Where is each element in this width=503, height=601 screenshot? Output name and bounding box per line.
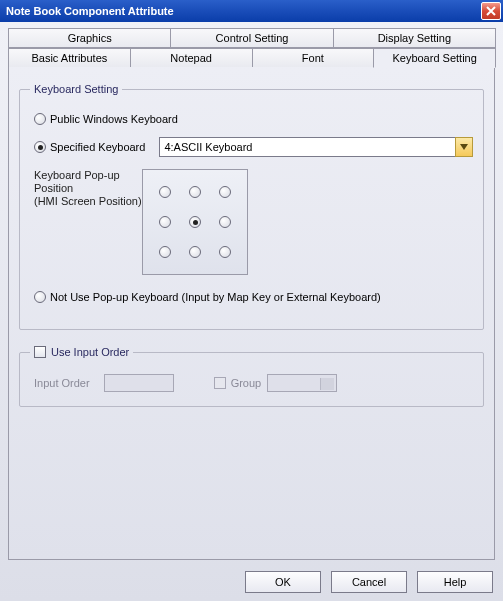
- popup-pos-7[interactable]: [189, 246, 201, 258]
- public-keyboard-row: Public Windows Keyboard: [34, 113, 473, 125]
- popup-pos-3[interactable]: [159, 216, 171, 228]
- specified-keyboard-select[interactable]: 4:ASCII Keyboard: [159, 137, 473, 157]
- keyboard-setting-group: Keyboard Setting Public Windows Keyboard…: [19, 83, 484, 330]
- input-order-group: Use Input Order Input Order Group: [19, 346, 484, 407]
- group-combobox: [267, 374, 337, 392]
- button-bar: OK Cancel Help: [245, 571, 493, 593]
- group-label: Group: [231, 377, 262, 389]
- input-order-field: [104, 374, 174, 392]
- popup-pos-8[interactable]: [219, 246, 231, 258]
- popup-pos-1[interactable]: [189, 186, 201, 198]
- notuse-keyboard-radio[interactable]: [34, 291, 46, 303]
- group-checkbox: [214, 377, 226, 389]
- specified-keyboard-radio[interactable]: [34, 141, 46, 153]
- specified-keyboard-dropdown-button[interactable]: [455, 137, 473, 157]
- popup-pos-2[interactable]: [219, 186, 231, 198]
- popup-position-label: Keyboard Pop-up Position (HMI Screen Pos…: [34, 169, 142, 275]
- popup-position-grid: [142, 169, 248, 275]
- tab-row-lower: Basic Attributes Notepad Font Keyboard S…: [8, 48, 495, 68]
- public-keyboard-radio[interactable]: [34, 113, 46, 125]
- tab-body: Keyboard Setting Public Windows Keyboard…: [8, 67, 495, 560]
- tab-font[interactable]: Font: [252, 48, 375, 68]
- help-button[interactable]: Help: [417, 571, 493, 593]
- tab-notepad[interactable]: Notepad: [130, 48, 253, 68]
- keyboard-setting-legend: Keyboard Setting: [30, 83, 122, 95]
- input-order-legend: Use Input Order: [30, 346, 133, 358]
- tab-control-setting[interactable]: Control Setting: [170, 28, 333, 48]
- use-input-order-checkbox[interactable]: [34, 346, 46, 358]
- title-bar: Note Book Component Attribute: [0, 0, 503, 22]
- input-order-row: Input Order Group: [34, 374, 473, 392]
- specified-keyboard-value: 4:ASCII Keyboard: [159, 137, 455, 157]
- close-icon: [486, 6, 496, 16]
- notuse-keyboard-label: Not Use Pop-up Keyboard (Input by Map Ke…: [50, 291, 381, 303]
- public-keyboard-label: Public Windows Keyboard: [50, 113, 178, 125]
- notuse-keyboard-row: Not Use Pop-up Keyboard (Input by Map Ke…: [34, 291, 473, 303]
- dialog-content: Graphics Control Setting Display Setting…: [0, 22, 503, 601]
- window-title: Note Book Component Attribute: [6, 5, 481, 17]
- tab-strip: Graphics Control Setting Display Setting…: [8, 28, 495, 68]
- popup-pos-4[interactable]: [189, 216, 201, 228]
- tab-keyboard-setting[interactable]: Keyboard Setting: [373, 48, 496, 68]
- specified-keyboard-row: Specified Keyboard 4:ASCII Keyboard: [34, 137, 473, 157]
- popup-pos-0[interactable]: [159, 186, 171, 198]
- popup-position-row: Keyboard Pop-up Position (HMI Screen Pos…: [34, 169, 473, 275]
- close-button[interactable]: [481, 2, 501, 20]
- tab-display-setting[interactable]: Display Setting: [333, 28, 496, 48]
- specified-keyboard-label: Specified Keyboard: [50, 141, 145, 153]
- tab-graphics[interactable]: Graphics: [8, 28, 171, 48]
- popup-pos-6[interactable]: [159, 246, 171, 258]
- ok-button[interactable]: OK: [245, 571, 321, 593]
- tab-row-upper: Graphics Control Setting Display Setting: [8, 28, 495, 48]
- cancel-button[interactable]: Cancel: [331, 571, 407, 593]
- input-order-label: Input Order: [34, 377, 90, 389]
- popup-pos-5[interactable]: [219, 216, 231, 228]
- tab-basic-attributes[interactable]: Basic Attributes: [8, 48, 131, 68]
- use-input-order-label: Use Input Order: [51, 346, 129, 358]
- chevron-down-icon: [460, 144, 468, 150]
